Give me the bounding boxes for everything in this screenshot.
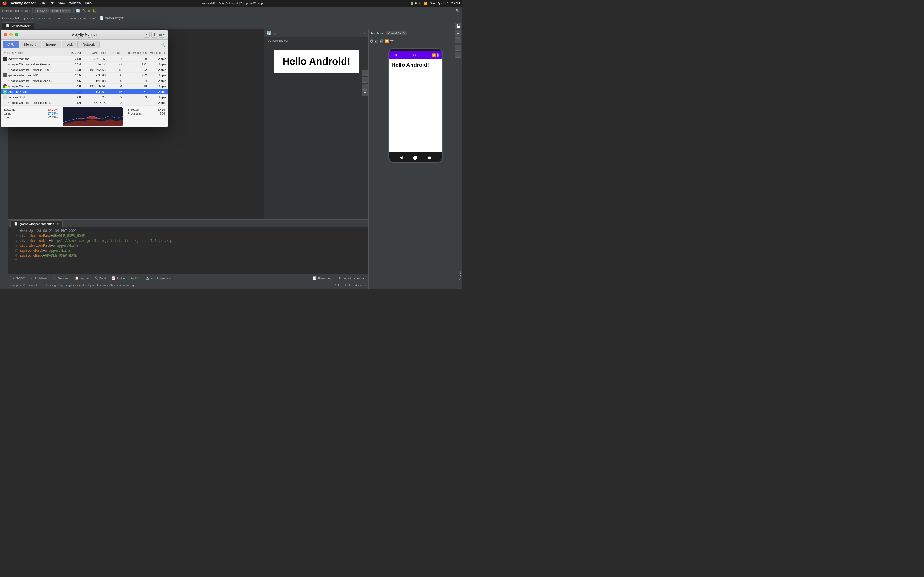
proc-icon-8 — [3, 95, 7, 100]
emulator-rotate-icon[interactable]: 🔁 — [385, 39, 389, 43]
btn-problems[interactable]: ⚠ Problems — [29, 275, 50, 281]
breadcrumb-example[interactable]: example — [65, 16, 77, 20]
debug-icon[interactable]: 🐛 — [92, 8, 97, 13]
battery-icon: 🔋 65% — [410, 2, 421, 5]
sync-icon[interactable]: 🔄 — [76, 8, 80, 13]
am-view-btn[interactable]: ⊞ ▾ — [159, 32, 165, 38]
emulator-power-icon[interactable]: ⏻ — [370, 39, 373, 43]
search-everywhere-icon[interactable]: 🔍 — [456, 8, 460, 13]
breadcrumb-src[interactable]: src — [31, 16, 35, 20]
minimize-btn[interactable] — [9, 33, 13, 36]
table-row[interactable]: Google Chrome Helper (GPU) 13.0 10:54:54… — [0, 67, 168, 73]
breadcrumb-mainactivity[interactable]: 📄 MainActivity.kt — [100, 16, 124, 20]
breadcrumb-composem1-pkg[interactable]: composem1 — [80, 16, 97, 20]
am-tab-memory[interactable]: Memory — [19, 41, 41, 48]
home-btn[interactable]: ⬤ — [413, 155, 417, 160]
gradle-tab-close[interactable]: × — [57, 222, 59, 226]
back-btn[interactable]: ◀ — [400, 155, 402, 160]
btn-event-log[interactable]: 📝 Event Log — [311, 275, 334, 281]
proc-threads-1: 4 — [106, 57, 122, 60]
breadcrumb-com[interactable]: com — [57, 16, 62, 20]
proc-time-6: 19:08:37.51 — [81, 85, 106, 88]
proc-name-6: Google Chrome — [8, 85, 61, 88]
table-row[interactable]: Activity Monitor 71.0 31:26:19.47 4 8 Ap… — [0, 56, 168, 61]
btn-build[interactable]: 🔨 Build — [92, 275, 108, 281]
emulator-vol-down-icon[interactable]: 🔉 — [374, 39, 378, 43]
zoom-out-btn[interactable]: – — [362, 77, 368, 83]
col-cpu-time[interactable]: CPU Time — [81, 51, 106, 55]
emulator-vol-up-icon[interactable]: 🔊 — [380, 39, 384, 43]
sidebar-structure[interactable]: ≡ — [1, 282, 7, 288]
table-row[interactable]: qemu-system-aarch64 10.5 2:05.66 80 252 … — [0, 73, 168, 78]
run-tool-icon: ▶ — [131, 276, 134, 280]
apple-menu[interactable]: 🍎 — [2, 1, 7, 5]
table-row[interactable]: Google Chrome Helper (Rende... 4.6 1:45.… — [0, 78, 168, 84]
proc-threads-3: 12 — [106, 68, 122, 71]
am-tab-disk[interactable]: Disk — [62, 41, 78, 48]
interactive-mode-icon[interactable]: ⊞ — [273, 31, 277, 35]
col-idle-wake[interactable]: Idle Wake Ups — [122, 51, 147, 55]
zoom-1to1-btn[interactable]: 1:1 — [362, 84, 368, 90]
am-stop-btn[interactable]: ✕ — [144, 32, 150, 38]
build-icon[interactable]: 🔨 — [82, 8, 86, 13]
btn-terminal[interactable]: ⬛ Terminal — [51, 275, 71, 281]
am-tab-cpu[interactable]: CPU — [3, 41, 19, 48]
proc-arch-8: Apple — [147, 96, 166, 99]
emulator-device-name[interactable]: Pixel 4 API S — [386, 31, 407, 35]
table-row[interactable]: Screen Shot 2.0 0.25 9 3 Apple — [0, 95, 168, 100]
emulator-screenshot-icon[interactable]: 📷 — [390, 39, 394, 43]
bottom-code[interactable]: 1 #Wed Apr 28 08:21:34 PDT 2021 2 distri… — [8, 227, 368, 274]
proc-icon-6 — [3, 84, 7, 89]
am-tab-energy[interactable]: Energy — [42, 41, 61, 48]
tab-mainactivity[interactable]: 📄 MainActivity.kt — [2, 22, 34, 29]
proc-threads-2: 27 — [106, 63, 122, 66]
btn-logcat[interactable]: 📋 Logcat — [73, 275, 91, 281]
zoom-in-btn[interactable]: + — [362, 70, 368, 76]
tab-bar: 📄 MainActivity.kt — [0, 21, 462, 29]
app-module[interactable]: app — [25, 9, 30, 12]
col-threads[interactable]: Threads — [106, 51, 122, 55]
phone-gear[interactable]: ⚙ — [413, 53, 416, 57]
btn-run[interactable]: ▶ Run — [129, 275, 142, 281]
run-icon[interactable]: ▶ — [88, 8, 91, 13]
menu-edit[interactable]: Edit — [48, 2, 55, 5]
table-row[interactable]: Google Chrome Helper (Rende... 14.4 3:59… — [0, 61, 168, 67]
col-cpu[interactable]: % CPU — [61, 51, 81, 55]
menu-window[interactable]: Window — [69, 2, 81, 5]
device-selector[interactable]: Pixel 4 API S — [50, 8, 71, 13]
tab-gradle-wrapper[interactable]: 📄 gradle-wrapper.properties × — [10, 220, 63, 227]
col-process-name[interactable]: Process Name — [3, 51, 61, 55]
maximize-btn[interactable] — [15, 33, 18, 36]
recents-btn[interactable]: ◼ — [428, 155, 431, 160]
menu-help[interactable]: Help — [85, 2, 92, 5]
am-search-btn[interactable]: 🔍 — [160, 41, 166, 48]
run-config[interactable]: ▶ app ▾ — [35, 8, 48, 13]
breadcrumb-app[interactable]: app — [23, 16, 27, 20]
stat-user-row: User: 17.15% — [4, 112, 58, 115]
table-row[interactable]: A Android Studio 2.7 11:09.62 115 451 Ap… — [0, 89, 168, 95]
btn-app-inspection[interactable]: 🔬 App Inspection — [144, 275, 173, 281]
zoom-fit-btn[interactable]: ⊡ — [362, 90, 368, 97]
breadcrumb-composem1[interactable]: ComposeM1 — [2, 16, 19, 20]
col-arch[interactable]: Architecture — [147, 51, 166, 55]
menu-view[interactable]: View — [58, 2, 65, 5]
btn-todo[interactable]: ☑ TODO — [10, 275, 27, 281]
am-tab-network[interactable]: Network — [78, 41, 100, 48]
table-row[interactable]: Google Chrome 4.6 19:08:37.51 34 18 Appl… — [0, 84, 168, 89]
btn-layout-inspector[interactable]: ⊞ Layout Inspector — [336, 275, 366, 281]
btn-profiler[interactable]: 📈 Profiler — [109, 275, 128, 281]
proc-cpu-1: 71.0 — [61, 57, 81, 60]
proc-idle-4: 252 — [122, 74, 147, 77]
refresh-icon[interactable]: 🔄 — [267, 31, 271, 35]
breadcrumb-java[interactable]: java — [48, 16, 53, 20]
emulator-tab-label[interactable]: Emulator — [459, 270, 462, 280]
proc-idle-1: 8 — [122, 57, 147, 60]
am-info-btn[interactable]: ℹ — [151, 32, 157, 38]
breadcrumb-main[interactable]: main — [38, 16, 45, 20]
close-btn[interactable] — [4, 33, 7, 36]
phone-screen: Hello Android! — [389, 59, 442, 153]
table-row[interactable]: Google Chrome Helper (Rende... 1.4 1:45:… — [0, 100, 168, 105]
phone-nav-bar: ◀ ⬤ ◼ — [389, 153, 442, 163]
menu-file[interactable]: File — [40, 2, 45, 5]
proc-idle-5: 54 — [122, 79, 147, 82]
